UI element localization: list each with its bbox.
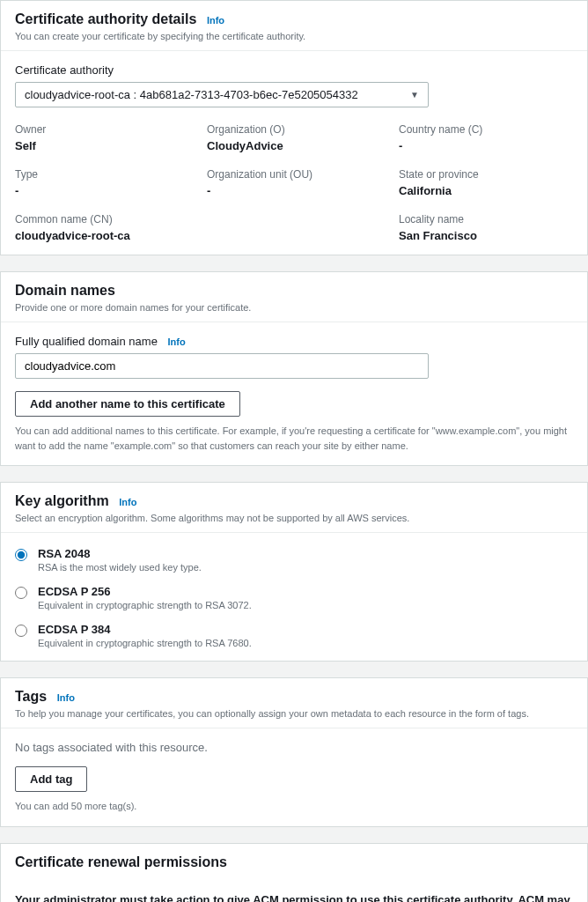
info-link[interactable]: Info	[119, 497, 136, 507]
panel-header: Key algorithm Info Select an encryption …	[1, 483, 587, 533]
info-link[interactable]: Info	[57, 692, 75, 703]
renewal-panel: Certificate renewal permissions Your adm…	[0, 843, 588, 903]
radio-input[interactable]	[15, 549, 27, 561]
panel-subtitle: Provide one or more domain names for you…	[15, 302, 573, 313]
radio-desc: Equivalent in cryptographic strength to …	[38, 638, 252, 648]
type-label: Type	[15, 168, 189, 181]
panel-body: Your administrator must take action to g…	[1, 879, 587, 903]
fqdn-label: Fully qualified domain name Info	[15, 335, 573, 348]
ca-select-label: Certificate authority	[15, 63, 573, 77]
ca-select[interactable]: cloudyadvice-root-ca : 4ab681a2-7313-470…	[15, 82, 429, 107]
radio-label: ECDSA P 384	[38, 623, 252, 636]
panel-title: Certificate authority details	[15, 11, 196, 27]
state-value: California	[399, 184, 573, 197]
panel-subtitle: You can create your certificate by speci…	[15, 31, 573, 41]
radio-input[interactable]	[15, 587, 27, 599]
chevron-down-icon: ▼	[410, 90, 419, 100]
state-label: State or province	[399, 168, 573, 181]
ca-details-panel: Certificate authority details Info You c…	[0, 0, 588, 255]
panel-header: Domain names Provide one or more domain …	[1, 272, 587, 322]
org-value: CloudyAdvice	[207, 139, 381, 152]
key-algorithm-panel: Key algorithm Info Select an encryption …	[0, 482, 588, 662]
owner-value: Self	[15, 139, 189, 152]
cn-label: Common name (CN)	[15, 213, 189, 226]
add-tag-button[interactable]: Add tag	[15, 766, 87, 792]
radio-desc: Equivalent in cryptographic strength to …	[38, 600, 252, 610]
domain-help-text: You can add additional names to this cer…	[15, 424, 573, 453]
radio-input[interactable]	[15, 625, 27, 637]
fqdn-input[interactable]	[15, 353, 429, 379]
ca-details-grid: Owner Self Organization (O) CloudyAdvice…	[15, 123, 573, 242]
ou-value: -	[207, 184, 381, 197]
info-link[interactable]: Info	[168, 336, 186, 347]
radio-desc: RSA is the most widely used key type.	[38, 562, 202, 573]
panel-subtitle: To help you manage your certificates, yo…	[15, 708, 573, 719]
panel-title: Domain names	[15, 283, 115, 299]
panel-body: Fully qualified domain name Info Add ano…	[1, 322, 587, 465]
country-value: -	[399, 139, 573, 152]
type-value: -	[15, 184, 189, 197]
algo-radio-group: RSA 2048 RSA is the most widely used key…	[1, 535, 587, 661]
algo-ecdsa-256[interactable]: ECDSA P 256 Equivalent in cryptographic …	[15, 585, 573, 610]
panel-subtitle: Select an encryption algorithm. Some alg…	[15, 513, 573, 523]
tags-empty: No tags associated with this resource.	[15, 741, 573, 754]
panel-title: Key algorithm	[15, 493, 109, 509]
panel-title: Tags	[15, 689, 47, 705]
ca-select-value: cloudyadvice-root-ca : 4ab681a2-7313-470…	[25, 88, 358, 101]
radio-label: RSA 2048	[38, 547, 202, 560]
panel-title: Certificate renewal permissions	[15, 854, 227, 870]
owner-label: Owner	[15, 123, 189, 136]
tags-limit: You can add 50 more tag(s).	[15, 799, 573, 814]
add-domain-button[interactable]: Add another name to this certificate	[15, 391, 240, 417]
panel-header: Tags Info To help you manage your certif…	[1, 678, 587, 728]
domain-names-panel: Domain names Provide one or more domain …	[0, 271, 588, 466]
tags-panel: Tags Info To help you manage your certif…	[0, 677, 588, 827]
locality-label: Locality name	[399, 213, 573, 226]
radio-label: ECDSA P 256	[38, 585, 252, 598]
panel-header: Certificate renewal permissions	[1, 844, 587, 879]
info-link[interactable]: Info	[207, 15, 224, 26]
country-label: Country name (C)	[399, 123, 573, 136]
locality-value: San Francisco	[399, 229, 573, 242]
panel-body: Certificate authority cloudyadvice-root-…	[1, 51, 587, 255]
org-label: Organization (O)	[207, 123, 381, 136]
algo-ecdsa-384[interactable]: ECDSA P 384 Equivalent in cryptographic …	[15, 623, 573, 648]
panel-header: Certificate authority details Info You c…	[1, 1, 587, 51]
ou-label: Organization unit (OU)	[207, 168, 381, 181]
cn-value: cloudyadvice-root-ca	[15, 229, 189, 242]
panel-body: No tags associated with this resource. A…	[1, 728, 587, 826]
algo-rsa-2048[interactable]: RSA 2048 RSA is the most widely used key…	[15, 547, 573, 573]
renewal-warning: Your administrator must take action to g…	[15, 893, 570, 903]
